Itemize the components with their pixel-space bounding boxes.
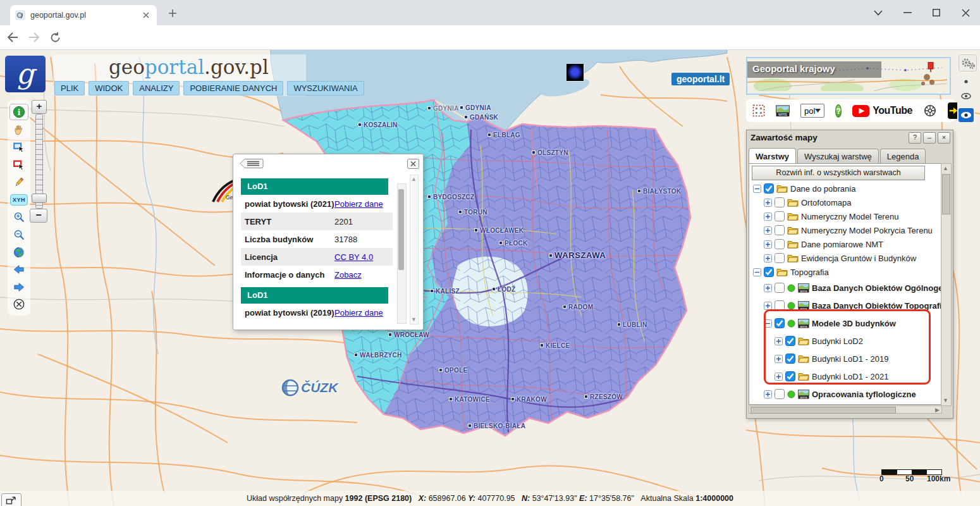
- menu-widok[interactable]: WIDOK: [89, 81, 129, 96]
- browser-tab[interactable]: geoportal.gov.pl: [10, 5, 157, 25]
- menu-pobieranie-danych[interactable]: POBIERANIE DANYCH: [183, 81, 283, 96]
- zoom-slider-handle[interactable]: [32, 194, 47, 203]
- expand-icon[interactable]: [764, 226, 772, 235]
- folder-icon[interactable]: [787, 254, 799, 262]
- draw-tool[interactable]: [10, 175, 28, 190]
- expand-icon[interactable]: [764, 390, 772, 398]
- folder-icon[interactable]: [787, 198, 799, 207]
- expand-icon[interactable]: [764, 240, 772, 249]
- layer-ewidencja-grunt-w-i-budynk-w[interactable]: Ewidencja Gruntów i Budynków: [750, 251, 940, 265]
- wms-icon[interactable]: wms: [798, 390, 809, 399]
- folder-icon[interactable]: [776, 184, 788, 193]
- expand-icon[interactable]: [764, 302, 772, 310]
- scroll-down-icon[interactable]: ▼: [411, 317, 417, 323]
- overview-toggle-button[interactable]: [1, 493, 21, 506]
- full-extent-tool[interactable]: [10, 245, 28, 260]
- window-maximize-button[interactable]: [922, 0, 951, 25]
- wheel-icon[interactable]: [923, 104, 937, 118]
- layer-checkbox[interactable]: [764, 183, 774, 194]
- panel-vertical-scrollbar[interactable]: ▲ ▼: [941, 163, 952, 406]
- deselect-rectangle-tool[interactable]: [10, 157, 28, 173]
- menu-plik[interactable]: PLIK: [54, 81, 85, 96]
- layer-numeryczny-model-terenu[interactable]: Numeryczny Model Terenu: [750, 209, 940, 223]
- select-rectangle-tool[interactable]: [10, 140, 28, 155]
- popup-close-button[interactable]: [407, 159, 419, 169]
- wms-icon[interactable]: wms: [776, 105, 790, 117]
- eye-icon[interactable]: [961, 93, 971, 99]
- folder-icon[interactable]: [776, 268, 788, 276]
- zoom-slider-plus-button[interactable]: +: [32, 100, 47, 114]
- zoom-out-tool[interactable]: [10, 227, 28, 242]
- popup-link-pobierz-dane[interactable]: Pobierz dane: [334, 199, 383, 209]
- layer-opracowania-tyflologiczne[interactable]: wmsOpracowania tyflologiczne: [750, 385, 940, 403]
- layer-dane-do-pobrania[interactable]: Dane do pobrania: [750, 182, 940, 195]
- popup-link-zobacz[interactable]: Zobacz: [334, 270, 362, 280]
- tab-warstwy[interactable]: Warstwy: [749, 148, 796, 163]
- back-button[interactable]: [6, 32, 19, 43]
- layer-numeryczny-model-pokrycia-terenu[interactable]: Numeryczny Model Pokrycia Terenu: [750, 223, 940, 237]
- marquee-icon[interactable]: [752, 104, 765, 117]
- zoom-in-tool[interactable]: [10, 209, 28, 225]
- window-close-button[interactable]: [951, 0, 980, 25]
- layer-topografia[interactable]: Topografia: [750, 265, 940, 279]
- menu-analizy[interactable]: ANALIZY: [133, 81, 180, 96]
- next-view-tool[interactable]: [10, 280, 28, 295]
- identify-tool[interactable]: i: [9, 104, 28, 120]
- layer-status-dot-icon[interactable]: [787, 319, 795, 328]
- reload-button[interactable]: [49, 32, 61, 44]
- layer-checkbox[interactable]: [775, 318, 785, 328]
- layer-status-dot-icon[interactable]: [787, 390, 795, 398]
- expand-all-button[interactable]: Rozwiń inf. o wszystkich warstwach: [752, 166, 925, 180]
- panel-close-button[interactable]: ×: [938, 132, 950, 144]
- folder-icon[interactable]: [787, 240, 799, 249]
- wms-icon[interactable]: wms: [798, 319, 809, 328]
- layer-checkbox[interactable]: [775, 300, 785, 311]
- layer-status-dot-icon[interactable]: [787, 302, 795, 310]
- layer-osnowa-geodezyjna[interactable]: Osnowa geodezyjna: [750, 403, 940, 405]
- layer-checkbox[interactable]: [785, 354, 795, 364]
- coordinates-tool[interactable]: XYH: [10, 192, 28, 207]
- geoportal-logo[interactable]: g: [5, 56, 46, 92]
- zoom-slider-minus-button[interactable]: −: [30, 209, 47, 223]
- clear-selection-tool[interactable]: [10, 297, 28, 312]
- layer-checkbox[interactable]: [785, 336, 795, 346]
- scroll-up-icon[interactable]: ▲: [941, 165, 950, 172]
- window-minimize-button[interactable]: [893, 0, 922, 25]
- layer-checkbox[interactable]: [775, 253, 785, 263]
- panel-minimize-button[interactable]: –: [923, 132, 936, 144]
- settings-gears-button[interactable]: [959, 54, 977, 71]
- popup-results-list-button[interactable]: [240, 158, 264, 169]
- expand-icon[interactable]: [764, 199, 772, 207]
- expand-icon[interactable]: [775, 337, 783, 345]
- layer-baza-danych-obiekt-w-og-lnogeogr[interactable]: wmsBaza Danych Obiektów Ogólnogeogr: [750, 279, 940, 297]
- expand-icon[interactable]: [775, 355, 783, 363]
- folder-icon[interactable]: [798, 372, 809, 381]
- popup-inner-scrollbar[interactable]: [397, 183, 407, 324]
- overview-map[interactable]: Geoportal krajowy: [746, 57, 951, 95]
- folder-icon[interactable]: [787, 226, 799, 235]
- folder-icon[interactable]: [787, 212, 799, 221]
- expand-icon[interactable]: [775, 373, 783, 381]
- new-tab-button[interactable]: [166, 6, 180, 20]
- collapse-icon[interactable]: [753, 185, 761, 193]
- layer-dane-pomiarowe-nmt[interactable]: Dane pomiarowe NMT: [750, 237, 940, 251]
- blue-eye-button[interactable]: [959, 108, 974, 122]
- layer-budynki-lod2[interactable]: Budynki LoD2: [750, 332, 940, 350]
- tab-wyszukaj-warstw[interactable]: Wyszukaj warstwę: [797, 149, 879, 163]
- forward-button[interactable]: [28, 32, 40, 43]
- wms-icon[interactable]: wms: [798, 301, 809, 311]
- scroll-up-icon[interactable]: ▲: [411, 176, 417, 182]
- layer-budynki-lod1-2019[interactable]: Budynki LoD1 - 2019: [750, 350, 940, 367]
- layer-checkbox[interactable]: [775, 389, 785, 399]
- panel-horizontal-scrollbar[interactable]: ▶: [749, 405, 942, 414]
- layer-checkbox[interactable]: [775, 239, 785, 249]
- tab-search-chevron-icon[interactable]: [864, 0, 893, 25]
- collapse-icon[interactable]: [753, 268, 761, 276]
- layer-status-dot-icon[interactable]: [787, 284, 795, 292]
- layer-baza-danych-obiekt-w-topograficzn[interactable]: wmsBaza Danych Obiektów Topograficzn: [750, 297, 940, 314]
- folder-icon[interactable]: [798, 336, 809, 345]
- wms-icon[interactable]: wms: [798, 283, 809, 293]
- popup-link-pobierz-dane[interactable]: Pobierz dane: [334, 308, 383, 318]
- collapse-icon[interactable]: [764, 319, 772, 328]
- popup-link-cc-by-4-0[interactable]: CC BY 4.0: [334, 252, 373, 262]
